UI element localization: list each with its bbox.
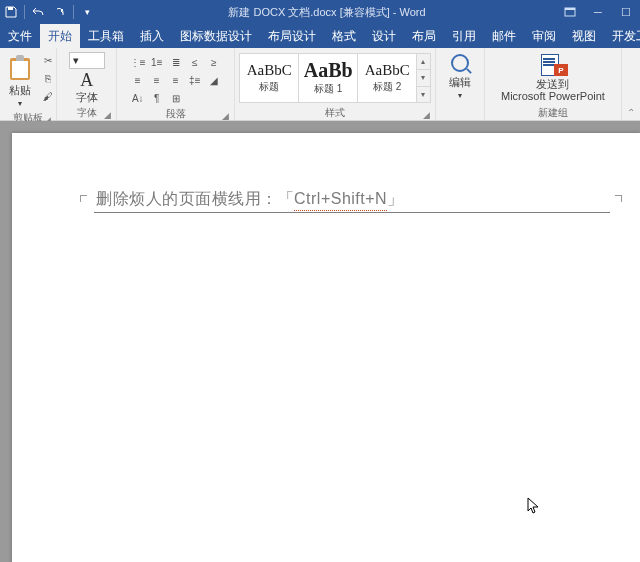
margin-guide-right (615, 195, 622, 202)
font-dialog-button[interactable]: A 字体 (76, 71, 98, 103)
style-preview: AaBbC (247, 63, 292, 78)
increase-indent-icon[interactable]: ≥ (205, 54, 223, 71)
tab-design[interactable]: 设计 (364, 24, 404, 48)
quick-access-toolbar: ▾ (0, 0, 98, 24)
send-to-powerpoint-button[interactable]: P 发送到Microsoft PowerPoint (498, 50, 608, 104)
style-heading1[interactable]: AaBb 标题 1 (298, 53, 358, 103)
margin-guide-left (80, 195, 87, 202)
line-spacing-icon[interactable]: ‡≡ (186, 72, 204, 89)
ribbon-display-options-icon[interactable] (556, 0, 584, 24)
styles-down-icon[interactable]: ▾ (416, 70, 430, 86)
undo-icon[interactable] (27, 0, 49, 24)
save-icon[interactable] (0, 0, 22, 24)
tab-home[interactable]: 开始 (40, 24, 80, 48)
group-clipboard: 粘贴 ▾ ✂ ⎘ 🖌 剪贴板◢ (0, 48, 57, 120)
sendto-group-label: 新建组 (538, 107, 568, 118)
group-styles: AaBbC 标题 AaBb 标题 1 AaBbC 标题 2 ▴ ▾ ▾ (235, 48, 436, 120)
format-painter-icon[interactable]: 🖌 (38, 88, 57, 105)
font-label: 字体 (76, 91, 98, 103)
qat-customize-icon[interactable]: ▾ (76, 0, 98, 24)
group-font: ▾ A 字体 字体◢ (57, 48, 117, 120)
group-paragraph: ⋮≡ 1≡ ≣ ≤ ≥ ≡ ≡ ≡ ‡≡ ◢ A↓ ¶ ⊞ 段落◢ (117, 48, 235, 120)
multilevel-icon[interactable]: ≣ (167, 54, 185, 71)
window-title: 新建 DOCX 文档.docx [兼容模式] - Word (98, 5, 556, 20)
svg-rect-2 (565, 8, 575, 10)
text-shortcut: Ctrl+Shift+N (294, 190, 387, 207)
sendto-line1: 发送到 (536, 78, 569, 90)
tab-layout[interactable]: 布局 (404, 24, 444, 48)
numbering-icon[interactable]: 1≡ (148, 54, 166, 71)
style-preview: AaBb (304, 60, 353, 80)
sort-icon[interactable]: A↓ (129, 90, 147, 107)
style-title[interactable]: AaBbC 标题 (239, 53, 299, 103)
paste-button[interactable]: 粘贴 ▾ (4, 50, 36, 111)
styles-up-icon[interactable]: ▴ (416, 54, 430, 70)
group-editing: 编辑▾ (436, 48, 485, 120)
maximize-button[interactable]: ☐ (612, 0, 640, 24)
tab-insert[interactable]: 插入 (132, 24, 172, 48)
redo-icon[interactable] (49, 0, 71, 24)
text-prefix: 删除烦人的页面横线用：「 (96, 190, 294, 207)
styles-scroller: ▴ ▾ ▾ (416, 53, 431, 103)
sendto-line2: Microsoft PowerPoint (501, 90, 605, 102)
group-sendto: P 发送到Microsoft PowerPoint 新建组 (485, 48, 623, 120)
title-bar: ▾ 新建 DOCX 文档.docx [兼容模式] - Word ─ ☐ (0, 0, 640, 24)
text-line[interactable]: 删除烦人的页面横线用：「Ctrl+Shift+N」 (94, 189, 610, 213)
decrease-indent-icon[interactable]: ≤ (186, 54, 204, 71)
align-right-icon[interactable]: ≡ (167, 72, 185, 89)
svg-rect-0 (8, 7, 13, 10)
shading-icon[interactable]: ◢ (205, 72, 223, 89)
font-launcher-icon[interactable]: ◢ (102, 110, 112, 120)
tab-chartdata[interactable]: 图标数据设计 (172, 24, 260, 48)
minimize-button[interactable]: ─ (584, 0, 612, 24)
paste-label: 粘贴 (9, 84, 31, 96)
align-left-icon[interactable]: ≡ (129, 72, 147, 89)
ribbon: 粘贴 ▾ ✂ ⎘ 🖌 剪贴板◢ ▾ A 字体 字体◢ (0, 48, 640, 121)
collapse-ribbon-icon[interactable]: ⌃ (622, 48, 640, 120)
tab-toolbox[interactable]: 工具箱 (80, 24, 132, 48)
document-content[interactable]: 删除烦人的页面横线用：「Ctrl+Shift+N」 (94, 189, 610, 213)
style-preview: AaBbC (365, 63, 410, 78)
style-name: 标题 (259, 80, 279, 94)
styles-group-label: 样式 (325, 107, 345, 118)
tab-layoutdesign[interactable]: 布局设计 (260, 24, 324, 48)
editing-label: 编辑 (449, 76, 471, 88)
font-name-combo[interactable]: ▾ (69, 52, 105, 69)
tab-review[interactable]: 审阅 (524, 24, 564, 48)
tab-view[interactable]: 视图 (564, 24, 604, 48)
page[interactable]: 删除烦人的页面横线用：「Ctrl+Shift+N」 (12, 133, 640, 562)
paragraph-launcher-icon[interactable]: ◢ (220, 111, 230, 121)
font-group-label: 字体 (77, 107, 97, 118)
tab-mailings[interactable]: 邮件 (484, 24, 524, 48)
tab-format[interactable]: 格式 (324, 24, 364, 48)
ribbon-tabs: 文件 开始 工具箱 插入 图标数据设计 布局设计 格式 设计 布局 引用 邮件 … (0, 24, 640, 48)
style-name: 标题 2 (373, 80, 401, 94)
send-to-pp-icon: P (538, 52, 568, 76)
document-area[interactable]: 删除烦人的页面横线用：「Ctrl+Shift+N」 (0, 121, 640, 562)
bullets-icon[interactable]: ⋮≡ (129, 54, 147, 71)
align-center-icon[interactable]: ≡ (148, 72, 166, 89)
styles-launcher-icon[interactable]: ◢ (421, 110, 431, 120)
styles-more-icon[interactable]: ▾ (416, 87, 430, 102)
show-marks-icon[interactable]: ¶ (148, 90, 166, 107)
paragraph-group-label: 段落 (166, 108, 186, 119)
style-heading2[interactable]: AaBbC 标题 2 (357, 53, 417, 103)
find-button[interactable]: 编辑▾ (446, 50, 474, 103)
copy-icon[interactable]: ⎘ (38, 70, 57, 87)
clipboard-icon (7, 52, 33, 82)
tab-file[interactable]: 文件 (0, 24, 40, 48)
cut-icon[interactable]: ✂ (38, 52, 57, 69)
borders-icon[interactable]: ⊞ (167, 90, 185, 107)
tab-references[interactable]: 引用 (444, 24, 484, 48)
magnifier-icon (449, 52, 471, 74)
tab-developer[interactable]: 开发工具 (604, 24, 640, 48)
style-name: 标题 1 (314, 82, 342, 96)
font-a-icon: A (80, 71, 93, 89)
text-suffix: 」 (387, 190, 404, 207)
word-app-window: ▾ 新建 DOCX 文档.docx [兼容模式] - Word ─ ☐ 文件 开… (0, 0, 640, 562)
